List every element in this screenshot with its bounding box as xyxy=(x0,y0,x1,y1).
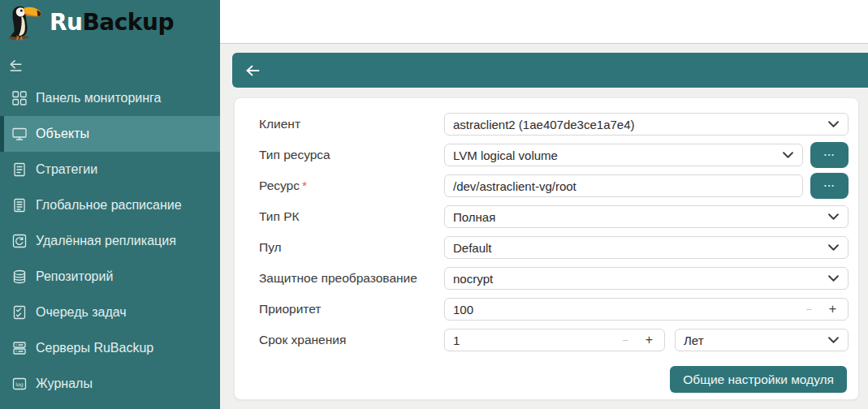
resource-type-more-button[interactable]: ... xyxy=(810,142,849,168)
sidebar-item-journals[interactable]: log Журналы xyxy=(0,366,220,402)
document-icon xyxy=(11,161,28,178)
backup-type-select[interactable]: Полная xyxy=(444,205,849,228)
priority-increment-button[interactable]: + xyxy=(829,303,836,316)
pool-select[interactable]: Default xyxy=(444,236,849,259)
sidebar-item-objects[interactable]: Объекты xyxy=(0,116,220,152)
retention-label: Срок хранения xyxy=(259,329,346,351)
resource-type-select[interactable]: LVM logical volume xyxy=(444,144,803,166)
replication-icon xyxy=(11,233,28,249)
backup-type-label: Тип РК xyxy=(259,205,300,228)
sidebar-item-label: Очередь задач xyxy=(36,305,127,320)
page-header-bar xyxy=(232,53,868,88)
client-label: Клиент xyxy=(259,113,300,136)
form-row-crypt: Защитное преобразование nocrypt xyxy=(259,267,849,290)
form-row-client: Клиент astraclient2 (1ae407de3ce1a7e4) xyxy=(259,113,849,136)
resource-input[interactable]: /dev/astraclient-vg/root xyxy=(444,174,803,197)
pool-label: Пул xyxy=(259,236,282,259)
sidebar-item-remote-replication[interactable]: Удалённая репликация xyxy=(0,223,220,259)
sidebar-item-label: Серверы RuBackup xyxy=(36,341,153,355)
schedule-icon xyxy=(11,197,28,213)
sidebar-item-label: Репозиторий xyxy=(36,269,113,284)
chevron-down-icon xyxy=(828,337,839,343)
toucan-logo-icon xyxy=(6,4,45,41)
backup-task-form-card: Клиент astraclient2 (1ae407de3ce1a7e4) Т… xyxy=(234,97,859,400)
resource-input-value: /dev/astraclient-vg/root xyxy=(453,179,577,193)
database-icon xyxy=(11,269,28,285)
module-settings-button[interactable]: Общие настройки модуля xyxy=(670,366,847,393)
client-select-value: astraclient2 (1ae407de3ce1a7e4) xyxy=(453,118,635,131)
client-select[interactable]: astraclient2 (1ae407de3ce1a7e4) xyxy=(444,113,849,136)
form-row-retention: Срок хранения − + Лет xyxy=(259,329,849,351)
priority-label: Приоритет xyxy=(259,298,321,321)
arrow-left-icon xyxy=(244,64,261,77)
retention-unit-select[interactable]: Лет xyxy=(675,329,849,351)
form-row-resource: Ресурс* /dev/astraclient-vg/root ... xyxy=(259,174,849,197)
pool-select-value: Default xyxy=(453,241,492,255)
sidebar-item-task-queue[interactable]: Очередь задач xyxy=(0,295,220,330)
retention-stepper: − + xyxy=(444,329,665,351)
chevron-down-icon xyxy=(783,152,793,158)
required-asterisk: * xyxy=(302,179,307,192)
retention-decrement-button[interactable]: − xyxy=(622,335,628,346)
sidebar-item-strategies[interactable]: Стратегии xyxy=(0,152,220,187)
sidebar-item-repository[interactable]: Репозиторий xyxy=(0,259,220,295)
rubackup-logo: RuBackup xyxy=(6,3,174,42)
top-strip xyxy=(220,0,868,44)
retention-increment-button[interactable]: + xyxy=(646,334,653,347)
sidebar-item-label: Панель мониторинга xyxy=(36,91,162,105)
collapse-left-icon xyxy=(9,59,27,74)
resource-type-label: Тип ресурса xyxy=(259,144,330,166)
log-icon: log xyxy=(11,376,28,392)
priority-stepper: − + xyxy=(444,298,849,321)
brand-ru: Ru xyxy=(50,9,83,36)
back-button[interactable] xyxy=(243,62,262,79)
chevron-down-icon xyxy=(828,275,839,282)
sidebar-item-monitoring-panel[interactable]: Панель мониторинга xyxy=(0,80,220,116)
brand-wordmark: RuBackup xyxy=(50,3,174,42)
sidebar-item-label: Объекты xyxy=(36,127,89,141)
sidebar-collapse-button[interactable] xyxy=(9,59,27,74)
backup-type-select-value: Полная xyxy=(453,210,495,224)
servers-icon xyxy=(11,340,28,356)
rubackup-app-window: RuBackup Панель мониторинга xyxy=(0,0,868,409)
resource-more-button[interactable]: ... xyxy=(810,173,849,199)
form-row-resource-type: Тип ресурса LVM logical volume ... xyxy=(259,144,849,166)
priority-input[interactable] xyxy=(445,299,848,320)
sidebar: RuBackup Панель мониторинга xyxy=(0,0,220,409)
resource-label: Ресурс* xyxy=(259,174,307,197)
form-row-backup-type: Тип РК Полная xyxy=(259,205,849,228)
sidebar-item-global-schedule[interactable]: Глобальное расписание xyxy=(0,187,220,223)
crypt-select[interactable]: nocrypt xyxy=(444,267,849,290)
chevron-down-icon xyxy=(828,213,839,220)
priority-decrement-button[interactable]: − xyxy=(805,304,812,315)
retention-input[interactable] xyxy=(445,329,664,351)
sidebar-item-label: Стратегии xyxy=(36,162,97,177)
sidebar-item-label: Удалённая репликация xyxy=(36,234,176,248)
sidebar-item-rubackup-servers[interactable]: Серверы RuBackup xyxy=(0,330,220,366)
sidebar-menu: Панель мониторинга Объекты Стратегии xyxy=(0,80,220,402)
resource-type-select-value: LVM logical volume xyxy=(453,149,558,162)
svg-text:log: log xyxy=(15,381,24,388)
dashboard-icon xyxy=(11,90,28,106)
chevron-down-icon xyxy=(828,244,839,251)
retention-unit-value: Лет xyxy=(684,334,704,347)
monitor-icon xyxy=(11,126,28,142)
task-queue-icon xyxy=(11,304,28,321)
brand-backup: Backup xyxy=(83,9,174,36)
crypt-label: Защитное преобразование xyxy=(259,267,417,290)
chevron-down-icon xyxy=(828,121,839,127)
crypt-select-value: nocrypt xyxy=(453,272,493,286)
resource-label-text: Ресурс xyxy=(259,179,300,192)
sidebar-item-label: Глобальное расписание xyxy=(36,198,182,213)
sidebar-item-label: Журналы xyxy=(36,377,93,391)
form-row-priority: Приоритет − + xyxy=(259,298,849,321)
form-row-pool: Пул Default xyxy=(259,236,849,259)
